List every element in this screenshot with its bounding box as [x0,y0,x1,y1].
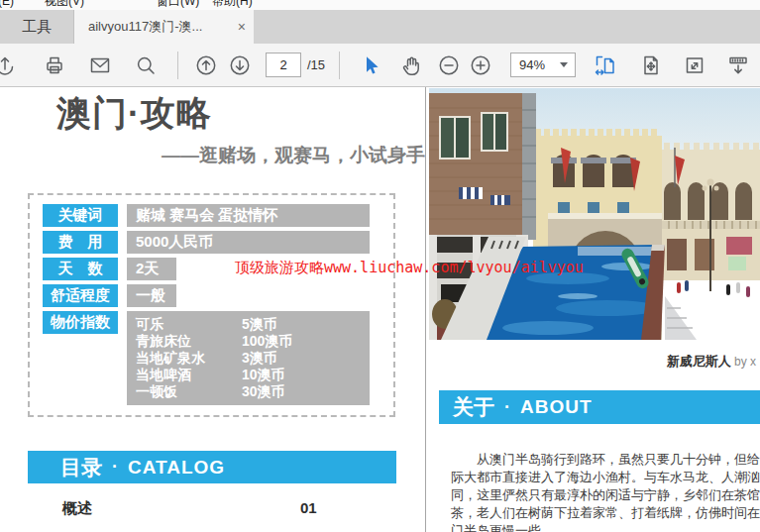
print-icon [43,53,66,77]
menu-view[interactable]: 视图(V) [45,0,84,10]
photo-illustration [429,88,760,340]
info-label: 关键词 [43,204,118,227]
toolbar: /15 94% [0,44,760,87]
about-line: 门半岛更慢一些。 [451,522,760,532]
catalog-header-separator: · [112,457,118,478]
about-paragraph: 从澳门半岛骑行到路环，虽然只要几十分钟，但给人的感觉是从国 际大都市直接进入了海… [451,451,760,532]
price-item-value: 3澳币 [242,350,277,367]
photo-caption: 新威尼斯人 by x [429,352,756,371]
zoom-in-button[interactable] [469,53,492,77]
info-value: 赌城 赛马会 蛋挞情怀 [127,204,370,227]
price-line: 当地啤酒 10澳币 [136,367,361,383]
info-row: 舒适程度 一般 [43,284,393,307]
tab-document[interactable]: ailvyou117澳门-澳... × [73,10,254,44]
document-page-view: 澳门·攻略 ——逛赌场，观赛马，小试身手 关键词 赌城 赛马会 蛋挞情怀 费 用… [0,87,760,532]
catalog-header: 目录 · CATALOG [28,451,396,483]
share-upload-icon [0,53,17,77]
fit-width-button[interactable] [594,53,617,77]
info-value: 2天 [127,258,176,280]
about-header-en: ABOUT [520,396,593,418]
select-tool-button[interactable] [358,53,381,77]
tab-tools[interactable]: 工具 [0,10,73,44]
info-panel: 关键词 赌城 赛马会 蛋挞情怀 费 用 5000人民币 天 数 2天 舒适程度 … [28,193,395,417]
price-item-value: 10澳币 [242,367,285,383]
watermark-text: 顶级旅游攻略www.liuchaw.com/lvyou/ailvyou [235,259,584,277]
photo-caption-credit: by x [731,355,756,369]
next-page-icon [228,53,252,77]
email-button[interactable] [88,53,112,77]
photo-caption-title: 新威尼斯人 [667,354,731,369]
price-item-value: 100澳币 [242,333,292,350]
info-label: 费 用 [43,231,118,254]
page-boundary [425,87,426,532]
info-label: 物价指数 [43,311,118,334]
hide-toolbar-icon [726,53,750,77]
fit-width-icon [594,53,617,77]
zoom-out-button[interactable] [437,53,461,77]
tab-document-label: ailvyou117澳门-澳... [88,18,232,36]
catalog-header-zh: 目录 [60,454,102,481]
close-tab-icon[interactable]: × [238,20,246,34]
zoom-level-value: 94% [511,57,545,72]
menu-edit[interactable]: 编辑(E) [0,0,14,10]
price-item-value: 5澳币 [242,316,277,333]
about-header-separator: · [504,397,510,418]
about-header-zh: 关于 [453,393,494,421]
page-number-input[interactable] [266,53,301,77]
venetian-canal-photo [429,88,760,340]
toolbar-divider [339,52,340,79]
price-item-value: 30澳币 [242,383,285,400]
search-icon [134,53,158,77]
price-index-row: 物价指数 可乐 5澳币 青旅床位 100澳币 当地矿泉水 3澳币 [43,311,393,405]
menu-bar: 编辑(E) 视图(V) 窗口(W) 帮助(H) [0,0,760,10]
price-line: 青旅床位 100澳币 [136,333,361,350]
tab-tools-label: 工具 [22,18,52,37]
price-index-box: 可乐 5澳币 青旅床位 100澳币 当地矿泉水 3澳币 当地啤酒 [127,311,370,405]
previous-page-icon [194,53,218,77]
page-count-label: /15 [307,57,325,72]
catalog-entry-page: 01 [300,499,317,516]
guide-subtitle: ——逛赌场，观赛马，小试身手 [162,143,425,168]
guide-title: 澳门·攻略 [56,90,212,137]
about-header: 关于 · ABOUT [439,390,760,424]
about-line: 际大都市直接进入了海边小渔村。与车水马龙、人潮汹涌的澳门半岛不 [451,469,760,486]
price-item-name: 可乐 [136,316,242,333]
info-label: 舒适程度 [43,284,118,307]
catalog-entry-title: 概述 [62,499,92,518]
pdf-viewer-window: 编辑(E) 视图(V) 窗口(W) 帮助(H) 工具 ailvyou117澳门-… [0,0,760,532]
price-line: 一顿饭 30澳币 [136,383,361,400]
price-item-name: 青旅床位 [136,333,242,350]
hand-tool-icon [399,53,423,77]
info-label: 天 数 [43,258,118,280]
toolbar-divider [177,52,178,79]
share-button[interactable] [0,53,17,77]
info-row: 关键词 赌城 赛马会 蛋挞情怀 [43,204,393,227]
email-icon [88,53,112,77]
dropdown-arrow-icon [560,62,568,67]
menu-help[interactable]: 帮助(H) [212,0,253,10]
print-button[interactable] [43,53,66,77]
search-button[interactable] [134,53,158,77]
info-value: 5000人民币 [127,231,370,254]
price-item-name: 当地矿泉水 [136,350,242,367]
hide-toolbar-button[interactable] [726,53,750,77]
about-line: 茶，老人们在树荫下拉着家常、打着纸牌，仿佛时间在这里，也要比澳 [451,504,760,522]
next-page-button[interactable] [228,53,252,77]
tab-bar: 工具 ailvyou117澳门-澳... × [0,10,760,44]
fit-page-button[interactable] [639,53,663,77]
about-line: 从澳门半岛骑行到路环，虽然只要几十分钟，但给人的感觉是从国 [451,451,760,469]
menu-window[interactable]: 窗口(W) [157,0,199,10]
zoom-level-select[interactable]: 94% [510,53,576,77]
price-item-name: 一顿饭 [136,383,242,400]
select-cursor-icon [358,53,381,77]
catalog-header-en: CATALOG [128,457,225,479]
fit-page-icon [639,53,663,77]
previous-page-button[interactable] [194,53,218,77]
fullscreen-button[interactable] [683,53,706,77]
price-item-name: 当地啤酒 [136,367,242,383]
price-line: 当地矿泉水 3澳币 [136,350,361,367]
hand-tool-button[interactable] [399,53,423,77]
zoom-out-icon [437,53,461,77]
zoom-in-icon [469,53,492,77]
info-value: 一般 [127,284,176,307]
